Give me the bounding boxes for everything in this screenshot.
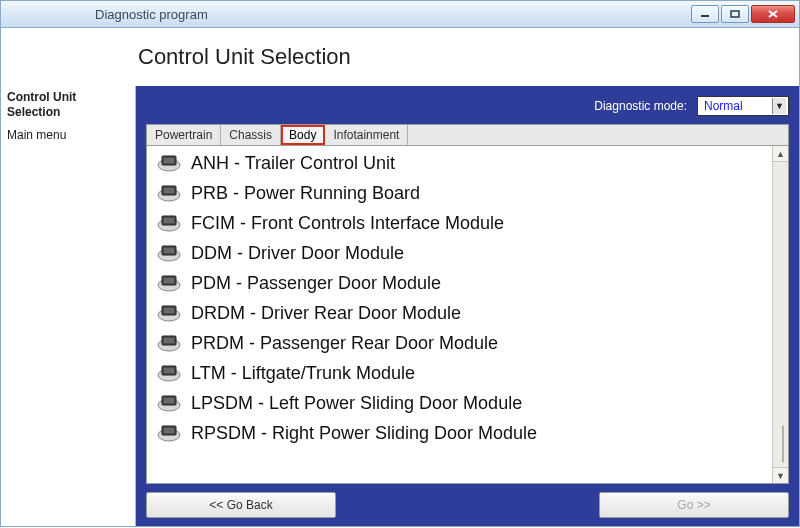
module-chip-icon (157, 153, 181, 173)
list-item[interactable]: LTM - Liftgate/Trunk Module (147, 358, 772, 388)
module-label: DRDM - Driver Rear Door Module (191, 303, 461, 324)
module-label: DDM - Driver Door Module (191, 243, 404, 264)
svg-rect-6 (164, 158, 174, 163)
module-chip-icon (157, 363, 181, 383)
scroll-up-button[interactable]: ▲ (773, 146, 788, 162)
list-item[interactable]: DRDM - Driver Rear Door Module (147, 298, 772, 328)
module-label: LTM - Liftgate/Trunk Module (191, 363, 415, 384)
go-back-button[interactable]: << Go Back (146, 492, 336, 518)
list-item[interactable]: PDM - Passenger Door Module (147, 268, 772, 298)
module-label: ANH - Trailer Control Unit (191, 153, 395, 174)
list-item[interactable]: DDM - Driver Door Module (147, 238, 772, 268)
list-item[interactable]: ANH - Trailer Control Unit (147, 148, 772, 178)
scroll-down-button[interactable]: ▼ (773, 467, 788, 483)
list-item[interactable]: RPSDM - Right Power Sliding Door Module (147, 418, 772, 448)
svg-rect-18 (164, 278, 174, 283)
minimize-button[interactable] (691, 5, 719, 23)
header: Control Unit Selection (0, 28, 800, 86)
diagnostic-mode-row: Diagnostic mode: Normal ▼ (146, 94, 789, 118)
module-chip-icon (157, 303, 181, 323)
list-item[interactable]: PRB - Power Running Board (147, 178, 772, 208)
scroll-thumb[interactable] (782, 425, 784, 463)
sidebar-item-main-menu[interactable]: Main menu (7, 128, 129, 142)
tab-powertrain[interactable]: Powertrain (147, 125, 221, 145)
list-item[interactable]: PRDM - Passenger Rear Door Module (147, 328, 772, 358)
module-chip-icon (157, 393, 181, 413)
module-listbox: ANH - Trailer Control UnitPRB - Power Ru… (146, 145, 789, 484)
module-label: RPSDM - Right Power Sliding Door Module (191, 423, 537, 444)
module-list: ANH - Trailer Control UnitPRB - Power Ru… (147, 146, 772, 483)
module-chip-icon (157, 243, 181, 263)
sidebar-title-line1: Control Unit (7, 90, 76, 104)
svg-rect-9 (164, 188, 174, 193)
module-chip-icon (157, 213, 181, 233)
tab-infotainment[interactable]: Infotainment (325, 125, 408, 145)
close-button[interactable] (751, 5, 795, 23)
chevron-down-icon: ▼ (772, 98, 786, 114)
diagnostic-mode-select[interactable]: Normal ▼ (697, 96, 789, 116)
content-panel: Diagnostic mode: Normal ▼ PowertrainChas… (136, 86, 799, 526)
tab-body[interactable]: Body (281, 125, 325, 145)
window-titlebar: Diagnostic program (0, 0, 800, 28)
module-label: PRDM - Passenger Rear Door Module (191, 333, 498, 354)
svg-rect-27 (164, 368, 174, 373)
brand-logo (1, 28, 136, 86)
module-chip-icon (157, 183, 181, 203)
scrollbar[interactable]: ▲ ▼ (772, 146, 788, 483)
app-icon (9, 6, 25, 22)
svg-rect-33 (164, 428, 174, 433)
tab-chassis[interactable]: Chassis (221, 125, 281, 145)
page-title: Control Unit Selection (136, 44, 351, 70)
module-chip-icon (157, 273, 181, 293)
diagnostic-mode-value: Normal (704, 99, 743, 113)
maximize-button[interactable] (721, 5, 749, 23)
window-title: Diagnostic program (29, 7, 208, 22)
svg-rect-24 (164, 338, 174, 343)
tabstrip: PowertrainChassisBodyInfotainment (146, 124, 789, 145)
list-item[interactable]: FCIM - Front Controls Interface Module (147, 208, 772, 238)
module-label: FCIM - Front Controls Interface Module (191, 213, 504, 234)
button-row: << Go Back Go >> (146, 492, 789, 518)
list-item[interactable]: LPSDM - Left Power Sliding Door Module (147, 388, 772, 418)
svg-rect-12 (164, 218, 174, 223)
sidebar: Control Unit Selection Main menu (1, 86, 136, 526)
go-button: Go >> (599, 492, 789, 518)
sidebar-title-line2: Selection (7, 105, 60, 119)
svg-rect-30 (164, 398, 174, 403)
sidebar-section-title: Control Unit Selection (7, 90, 129, 120)
module-label: PDM - Passenger Door Module (191, 273, 441, 294)
svg-rect-1 (731, 11, 739, 17)
svg-rect-21 (164, 308, 174, 313)
module-chip-icon (157, 333, 181, 353)
module-label: LPSDM - Left Power Sliding Door Module (191, 393, 522, 414)
diagnostic-mode-label: Diagnostic mode: (594, 99, 687, 113)
module-chip-icon (157, 423, 181, 443)
svg-rect-15 (164, 248, 174, 253)
module-label: PRB - Power Running Board (191, 183, 420, 204)
